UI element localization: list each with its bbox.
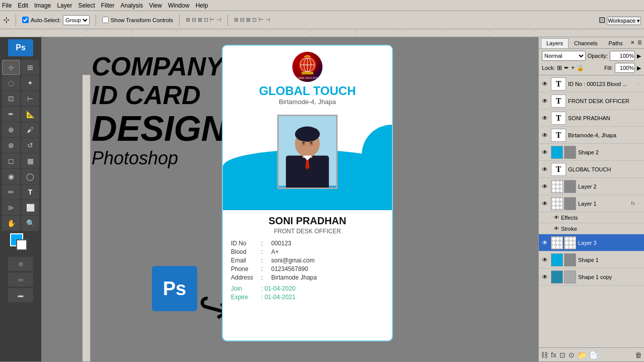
new-fill-button[interactable]: ⊙ — [569, 351, 575, 359]
delete-layer-button[interactable]: 🗑 — [635, 351, 642, 359]
heal-tool[interactable]: ⊕ — [2, 122, 20, 137]
layer-visibility-shape2[interactable]: 👁 — [541, 149, 549, 156]
magic-wand[interactable]: ✦ — [21, 75, 39, 90]
opacity-arrow[interactable]: ▶ — [637, 53, 641, 59]
gradient-tool[interactable]: ▦ — [21, 153, 39, 168]
info-value-email: soni@gmai.com — [271, 257, 384, 264]
auto-select-dropdown[interactable]: Group Layer — [63, 15, 90, 25]
layer-visibility-stroke[interactable]: 👁 — [554, 226, 559, 231]
fill-input[interactable] — [615, 63, 635, 73]
background-color[interactable] — [16, 239, 27, 250]
layer-fx-layer1[interactable]: fx — [631, 201, 635, 206]
layer-item-soni[interactable]: 👁 T SONI PRADHAN — [539, 110, 644, 127]
path-select-tool[interactable]: ⊳ — [2, 200, 20, 215]
dodge-tool[interactable]: ◯ — [21, 169, 39, 184]
panel-menu-icon[interactable]: ☰ — [636, 38, 643, 48]
layer-visibility-shape1-copy[interactable]: 👁 — [541, 274, 549, 281]
select-tool[interactable]: ⊞ — [21, 60, 39, 75]
layer-thumb-layer3-a — [551, 236, 563, 249]
layer-visibility-layer2[interactable]: 👁 — [541, 183, 549, 190]
lock-all-icon[interactable]: + — [571, 64, 575, 71]
layer-subitem-effects: 👁 Effects — [539, 212, 644, 223]
info-label-blood: Blood — [231, 248, 261, 255]
new-layer-button[interactable]: 📄 — [589, 351, 598, 359]
text-tool[interactable]: T — [21, 185, 39, 200]
info-label-expire: Expire — [231, 294, 261, 301]
menu-image[interactable]: Image — [34, 2, 51, 9]
layer-more-layer1[interactable]: ⋯ — [637, 201, 642, 206]
lock-icon[interactable]: 🔒 — [577, 64, 584, 71]
brush-tool[interactable]: 🖌 — [21, 122, 39, 137]
layer-item-layer2[interactable]: 👁 Layer 2 — [539, 178, 644, 195]
zoom-tool[interactable]: 🔍 — [21, 216, 39, 231]
layer-visibility-global-touch[interactable]: 👁 — [541, 166, 549, 173]
layer-item-shape1-copy[interactable]: 👁 Shape 1 copy — [539, 268, 644, 286]
new-group-button[interactable]: 📁 — [578, 351, 586, 359]
layer-visibility-birtamode[interactable]: 👁 — [541, 132, 549, 139]
tab-channels[interactable]: Channels — [569, 38, 603, 48]
move-tool-icon[interactable]: ⊹ — [3, 15, 10, 25]
quick-mask[interactable]: ⊙ — [8, 257, 33, 271]
eyedropper-tool[interactable]: ✒ — [2, 107, 20, 122]
history-brush[interactable]: ↺ — [21, 138, 39, 153]
shape-tool[interactable]: ⬜ — [21, 200, 39, 215]
layer-visibility-layer3[interactable]: 👁 — [541, 239, 549, 246]
blur-tool[interactable]: ◉ — [2, 169, 20, 184]
layer-more-id-no[interactable]: ⋯ — [637, 81, 642, 86]
lock-position-icon[interactable]: ✒ — [564, 64, 569, 71]
tab-paths[interactable]: Paths — [603, 38, 628, 48]
menu-edit[interactable]: Edit — [18, 2, 28, 9]
layer-visibility-effects[interactable]: 👁 — [554, 215, 559, 220]
layer-item-front-desk[interactable]: 👁 T FRONT DESK OFFICER — [539, 93, 644, 110]
color-swatches[interactable] — [10, 233, 31, 254]
screen-mode[interactable]: ▭ — [8, 273, 33, 287]
tab-layers[interactable]: Layers — [541, 38, 569, 48]
layer-item-global-touch[interactable]: 👁 T GLOBAL TOUCH — [539, 161, 644, 178]
crop-tool[interactable]: ⊡ — [2, 91, 20, 106]
pen-tool[interactable]: ✏ — [2, 185, 20, 200]
menu-select[interactable]: Select — [78, 2, 95, 9]
add-style-button[interactable]: fx — [551, 351, 556, 359]
auto-select-checkbox[interactable] — [22, 17, 29, 23]
layer-item-shape1[interactable]: 👁 Shape 1 — [539, 251, 644, 268]
layer-item-id-no[interactable]: 👁 T ID No : 000123 Blood ... ⋯ — [539, 75, 644, 93]
lasso-tool[interactable]: ◌ — [2, 75, 20, 90]
move-tool[interactable]: ⊹ — [2, 60, 20, 75]
layer-visibility-soni[interactable]: 👁 — [541, 115, 549, 122]
eraser-tool[interactable]: ◻ — [2, 153, 20, 168]
menu-window[interactable]: Window — [168, 2, 190, 9]
slice-tool[interactable]: ⊢ — [21, 91, 39, 106]
hand-tool[interactable]: ✋ — [2, 216, 20, 231]
layer-item-birtamode[interactable]: 👁 T Birtamode-4, Jhapa — [539, 127, 644, 144]
menu-view[interactable]: View — [149, 2, 162, 9]
blend-mode-dropdown[interactable]: Normal Multiply Screen — [542, 51, 586, 61]
menu-analysis[interactable]: Analysis — [120, 2, 143, 9]
layer-item-layer1[interactable]: 👁 Layer 1 fx ⋯ — [539, 195, 644, 212]
menu-help[interactable]: Help — [196, 2, 208, 9]
layer-item-layer3[interactable]: 👁 Layer 3 — [539, 234, 644, 251]
layer-visibility-shape1[interactable]: 👁 — [541, 256, 549, 263]
opacity-input[interactable] — [610, 51, 635, 61]
layer-visibility-id-no[interactable]: 👁 — [541, 80, 549, 87]
layer-name-layer1: Layer 1 — [578, 201, 628, 207]
info-row-join: Join : 01-04-2020 — [231, 285, 384, 292]
add-mask-button[interactable]: ⊡ — [559, 351, 566, 359]
workspace-button[interactable]: Workspace ▾ — [607, 17, 641, 25]
layer-item-shape2[interactable]: 👁 Shape 2 — [539, 144, 644, 161]
menu-filter[interactable]: Filter — [101, 2, 115, 9]
menu-file[interactable]: File — [2, 2, 12, 9]
lock-pixel-icon[interactable]: ⊞ — [557, 64, 562, 71]
menu-layer[interactable]: Layer — [57, 2, 72, 9]
link-layers-button[interactable]: ⛓ — [541, 351, 548, 359]
clone-tool[interactable]: ⊗ — [2, 138, 20, 153]
frame-tool[interactable]: ▬ — [8, 288, 33, 302]
layer-visibility-front-desk[interactable]: 👁 — [541, 98, 549, 105]
person-svg — [279, 115, 336, 188]
show-transform-checkbox[interactable] — [102, 17, 109, 23]
ruler-tool[interactable]: 📐 — [21, 107, 39, 122]
ruler-vertical — [83, 75, 91, 361]
panel-close-icon[interactable]: ✕ — [628, 38, 636, 48]
fill-arrow[interactable]: ▶ — [637, 65, 641, 71]
overlay-line2: ID CARD — [92, 81, 226, 110]
layer-visibility-layer1[interactable]: 👁 — [541, 200, 549, 207]
